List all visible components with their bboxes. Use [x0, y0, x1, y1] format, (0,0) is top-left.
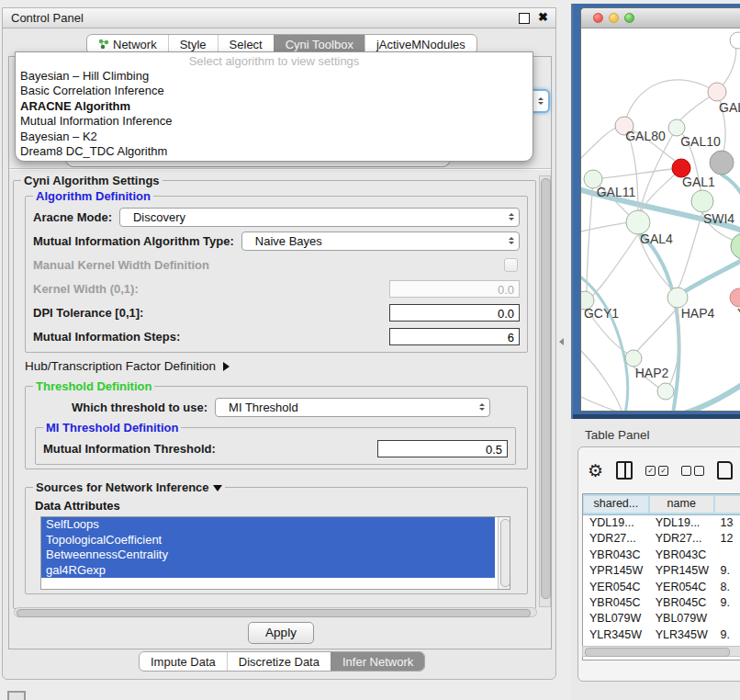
table-row[interactable]: YBR045CYBR045C9.: [583, 595, 740, 611]
deselect-all-checkboxes-icon[interactable]: [681, 466, 704, 476]
split-columns-icon[interactable]: [616, 461, 633, 480]
network-node[interactable]: [708, 83, 726, 101]
aracne-mode-combobox[interactable]: Discovery: [119, 208, 520, 227]
table-cell: [713, 548, 740, 563]
list-vertical-scrollbar[interactable]: [498, 517, 510, 589]
table-cell: 8.: [713, 580, 740, 595]
table-row[interactable]: YPR145WYPR145W9.: [583, 563, 740, 579]
tab-label: Network: [113, 38, 157, 51]
network-edge: [637, 308, 678, 351]
kernel-width-field[interactable]: 0.0: [389, 280, 520, 298]
dpi-tolerance-field[interactable]: 0.0: [389, 304, 520, 322]
tab-cyni-toolbox[interactable]: Cyni Toolbox: [274, 35, 364, 53]
mi-threshold-label: Mutual Information Threshold:: [43, 442, 216, 456]
table-row[interactable]: YDL19...YDL19...13: [583, 515, 740, 531]
which-threshold-label: Which threshold to use:: [72, 401, 207, 414]
table-cell: 9.: [713, 627, 740, 643]
network-node[interactable]: [731, 233, 740, 259]
table-cell: YBR043C: [583, 548, 649, 563]
manual-kernel-width-checkbox[interactable]: [504, 258, 518, 272]
table-body: YDL19...YDL19...13YDR27...YDR27...12YBR0…: [583, 515, 740, 660]
table-row[interactable]: YDR27...YDR27...12: [583, 531, 740, 547]
table-row[interactable]: YLR345WYLR345W9.: [583, 627, 740, 643]
column-header-name[interactable]: name: [650, 496, 713, 513]
sources-title: Sources for Network Inference: [33, 480, 225, 494]
export-table-icon[interactable]: [717, 461, 733, 480]
chevron-up-down-icon: [479, 403, 485, 411]
select-all-checkboxes-icon[interactable]: ✓✓: [645, 466, 668, 476]
threshold-definition-title: Threshold Definition: [33, 379, 154, 393]
tab-label: Impute Data: [151, 655, 216, 669]
apply-button[interactable]: Apply: [248, 622, 314, 644]
mi-threshold-definition-title: MI Threshold Definition: [43, 421, 181, 435]
table-cell: YER054C: [583, 580, 649, 595]
settings-horizontal-scrollbar[interactable]: [14, 607, 537, 617]
attribute-item-gal4rgexp[interactable]: gal4RGexp: [41, 563, 495, 579]
mi-algorithm-type-combobox[interactable]: Naive Bayes: [241, 231, 520, 251]
dropdown-item-list: Bayesian – Hill ClimbingBasic Correlatio…: [16, 69, 533, 159]
data-attributes-label: Data Attributes: [35, 499, 520, 513]
attribute-item-betweennesscentrality[interactable]: BetweennessCentrality: [41, 548, 495, 563]
network-node[interactable]: [625, 350, 642, 367]
attribute-item-selfloops[interactable]: SelfLoops: [41, 517, 495, 533]
table-row[interactable]: YER054CYER054C8.: [583, 580, 740, 595]
table-cell: YBR045C: [649, 595, 714, 611]
dropdown-item-bayesian-hill-climbing[interactable]: Bayesian – Hill Climbing: [16, 69, 533, 84]
dropdown-item-mutual-information-inference[interactable]: Mutual Information Inference: [16, 114, 533, 129]
dropdown-item-aracne-algorithm[interactable]: ARACNE Algorithm: [16, 99, 533, 114]
column-header-shared[interactable]: shared...: [584, 496, 648, 513]
network-edge: [587, 179, 593, 291]
network-icon: [98, 39, 109, 50]
network-window-titlebar[interactable]: [581, 8, 740, 28]
table-cell: 9.: [713, 563, 740, 579]
panel-collapse-arrow-icon[interactable]: [559, 338, 564, 345]
network-node[interactable]: [710, 151, 734, 175]
tab-jactivemnodules[interactable]: jActiveMNodules: [364, 35, 477, 53]
close-icon[interactable]: ✖: [538, 10, 548, 24]
dpi-tolerance-label: DPI Tolerance [0,1]:: [33, 306, 143, 320]
kernel-width-label: Kernel Width (0,1):: [33, 282, 139, 296]
tab-infer-network[interactable]: Infer Network: [331, 652, 424, 671]
network-edge: [581, 351, 622, 412]
zoom-traffic-light-icon[interactable]: [624, 13, 634, 23]
hub-definition-label: Hub/Transcription Factor Definition: [25, 359, 216, 373]
bottom-tab-bar: Impute DataDiscretize DataInfer Network: [139, 651, 425, 672]
mi-threshold-field[interactable]: 0.5: [377, 440, 508, 457]
tab-impute-data[interactable]: Impute Data: [140, 652, 227, 671]
dropdown-item-basic-correlation-inference[interactable]: Basic Correlation Inference: [16, 84, 533, 98]
network-node[interactable]: [667, 288, 688, 308]
network-node[interactable]: [730, 32, 740, 49]
dropdown-item-dream8-dc-tdc-algorithm[interactable]: Dream8 DC_TDC Algorithm: [16, 144, 533, 159]
hub-definition-expander[interactable]: Hub/Transcription Factor Definition: [25, 359, 528, 373]
network-node[interactable]: [730, 288, 740, 307]
table-row[interactable]: YBR043CYBR043C: [583, 548, 740, 563]
column-header-col3[interactable]: [715, 496, 740, 513]
node-label-gal10: GAL10: [680, 134, 721, 149]
table-panel-window: ⚙ ✓✓ shared...name YDL19...YDL19...13YDR…: [577, 446, 740, 682]
tab-discretize-data[interactable]: Discretize Data: [227, 652, 331, 671]
application-window: Control Panel ✖ NetworkStyleSelectCyni T…: [0, 0, 740, 700]
attribute-item-topologicalcoefficient[interactable]: TopologicalCoefficient: [41, 533, 495, 548]
close-traffic-light-icon[interactable]: [593, 13, 603, 23]
tab-style[interactable]: Style: [168, 35, 218, 53]
network-edge: [581, 397, 645, 412]
float-window-icon[interactable]: [519, 13, 530, 24]
table-cell: 13: [713, 515, 740, 531]
tab-select[interactable]: Select: [218, 35, 274, 53]
dropdown-item-bayesian-k2[interactable]: Bayesian – K2: [16, 130, 533, 144]
gear-icon[interactable]: ⚙: [588, 462, 603, 480]
table-row[interactable]: YBL079WYBL079W: [583, 611, 740, 627]
settings-vertical-scrollbar[interactable]: [539, 175, 551, 607]
table-cell: [713, 611, 740, 627]
mi-steps-field[interactable]: 6: [389, 328, 520, 345]
table-horizontal-scrollbar[interactable]: [582, 646, 740, 657]
table-cell: YBL079W: [649, 611, 714, 627]
network-canvas[interactable]: GALGAL80GAL10GAL1GAL11SWI4GAL4GCY1HAP4YH…: [581, 28, 740, 412]
which-threshold-combobox[interactable]: MI Threshold: [215, 398, 490, 417]
tab-network[interactable]: Network: [87, 35, 168, 53]
minimize-traffic-light-icon[interactable]: [609, 13, 619, 23]
network-node[interactable]: [691, 190, 713, 212]
network-node[interactable]: [657, 383, 674, 400]
minimized-panel-icon[interactable]: [7, 691, 26, 700]
table-cell: YLR345W: [649, 627, 714, 643]
